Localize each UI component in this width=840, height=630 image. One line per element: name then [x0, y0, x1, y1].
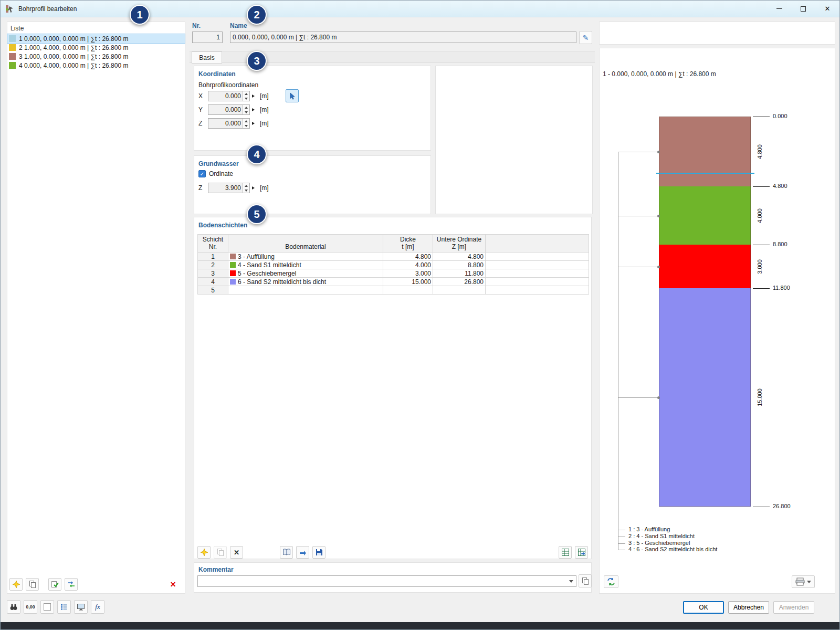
search-button[interactable] [7, 600, 20, 614]
flyout-arrow-button[interactable] [250, 183, 257, 193]
untere-cell[interactable] [433, 286, 486, 295]
minimize-icon [776, 8, 782, 9]
profile-color-swatch [9, 44, 16, 51]
untere-cell[interactable]: 26.800 [433, 278, 486, 286]
list-item-3[interactable]: 3 1.000, 0.000, 0.000 m | ∑t : 26.800 m [7, 52, 185, 61]
dropdown-arrow[interactable] [566, 580, 576, 583]
column-header-material[interactable]: Bodenmaterial [228, 235, 383, 253]
bottom-toolbar: 0,00 fx [7, 600, 104, 614]
profile-color-swatch [9, 53, 16, 60]
new-profile-button[interactable] [9, 578, 23, 591]
groundwater-z-input[interactable]: 3.900 [208, 183, 250, 193]
spin-up-button[interactable] [243, 119, 249, 123]
spin-down-button[interactable] [243, 96, 249, 101]
row-number-cell[interactable]: 4 [198, 278, 228, 286]
print-button[interactable] [792, 575, 815, 588]
check-all-button[interactable] [48, 578, 61, 591]
export-table-button[interactable] [559, 546, 572, 559]
copy-profile-button[interactable] [26, 578, 39, 591]
kommentar-combobox[interactable] [197, 575, 576, 587]
dicke-cell[interactable]: 4.800 [383, 253, 433, 261]
close-icon: ✕ [825, 5, 831, 13]
column-header-schicht[interactable]: Schicht Nr. [198, 235, 228, 253]
list-item-label: 3 1.000, 0.000, 0.000 m | ∑t : 26.800 m [19, 53, 128, 60]
delete-x-icon: ✕ [234, 549, 239, 556]
name-label: Name [230, 22, 247, 29]
depth-tick-label: 0.000 [773, 113, 788, 119]
maximize-button[interactable] [791, 1, 815, 17]
thickness-label: 15.000 [757, 382, 764, 413]
spin-down-button[interactable] [243, 188, 249, 193]
untere-cell[interactable]: 11.800 [433, 269, 486, 278]
apply-material-button[interactable] [296, 546, 309, 559]
row-number-cell[interactable]: 3 [198, 269, 228, 278]
depth-tick-label: 11.800 [773, 285, 790, 291]
row-number-cell[interactable]: 5 [198, 286, 228, 295]
legend-label: 4 : 6 - Sand S2 mitteldicht bis dicht [628, 546, 717, 552]
ordinate-checkbox[interactable]: ✓ [198, 170, 206, 177]
column-header-dicke[interactable]: Dicke t [m] [383, 235, 433, 253]
right-arrow-icon [252, 122, 255, 125]
bracket-vline [618, 152, 618, 550]
delete-profile-button[interactable]: ✕ [166, 578, 180, 591]
ok-button[interactable]: OK [683, 601, 724, 614]
new-layer-button[interactable] [197, 546, 211, 559]
legend-tick [618, 550, 625, 550]
flyout-arrow-button[interactable] [250, 118, 257, 129]
material-cell[interactable]: 6 - Sand S2 mitteldicht bis dicht [228, 278, 383, 286]
spin-down-button[interactable] [243, 110, 249, 114]
spin-up-button[interactable] [243, 91, 249, 96]
z-unit-label: [m] [260, 120, 269, 127]
depth-tick-label: 26.800 [773, 503, 791, 509]
app-icon [5, 4, 14, 14]
untere-cell[interactable]: 4.800 [433, 253, 486, 261]
flyout-arrow-button[interactable] [250, 104, 257, 115]
delete-layer-button[interactable]: ✕ [230, 546, 243, 559]
import-table-button[interactable] [575, 546, 588, 559]
name-field[interactable]: 0.000, 0.000, 0.000 m | ∑t : 26.800 m [230, 32, 576, 43]
dicke-cell[interactable] [383, 286, 433, 295]
pick-in-model-button[interactable] [286, 89, 299, 102]
cancel-button[interactable]: Abbrechen [728, 601, 769, 614]
list-item-2[interactable]: 2 1.000, 4.000, 0.000 m | ∑t : 26.800 m [7, 43, 185, 52]
material-library-button[interactable] [280, 546, 293, 559]
decimal-places-button[interactable]: 0,00 [24, 600, 37, 614]
color-scheme-button[interactable] [40, 600, 54, 614]
x-coordinate-row: X 0.000 [m] [198, 90, 269, 102]
display-settings-button[interactable] [74, 600, 88, 614]
material-cell[interactable] [228, 286, 383, 295]
sync-profiles-button[interactable] [65, 578, 78, 591]
book-icon [282, 548, 291, 556]
y-coordinate-input[interactable]: 0.000 [208, 104, 250, 115]
row-number-cell[interactable]: 1 [198, 253, 228, 261]
dicke-cell[interactable]: 4.000 [383, 261, 433, 269]
flyout-arrow-button[interactable] [250, 91, 257, 101]
edit-name-button[interactable]: ✎ [579, 31, 592, 44]
list-item-1[interactable]: 1 0.000, 0.000, 0.000 m | ∑t : 26.800 m [7, 34, 185, 43]
grundwasser-title: Grundwasser [198, 160, 239, 167]
minimize-button[interactable] [767, 1, 791, 17]
spin-up-button[interactable] [243, 183, 249, 188]
dicke-cell[interactable]: 15.000 [383, 278, 433, 286]
bodenschichten-title: Bodenschichten [198, 222, 247, 229]
close-button[interactable]: ✕ [815, 1, 839, 17]
row-number-cell[interactable]: 2 [198, 261, 228, 269]
x-coordinate-input[interactable]: 0.000 [208, 91, 250, 101]
spin-up-button[interactable] [243, 105, 249, 110]
column-header-untere[interactable]: Untere Ordinate Z [m] [433, 235, 486, 253]
material-cell[interactable]: 3 - Auffüllung [228, 253, 383, 261]
dicke-cell[interactable]: 3.000 [383, 269, 433, 278]
tab-basis[interactable]: Basis [192, 51, 222, 64]
formula-button[interactable]: fx [91, 600, 104, 614]
spin-down-button[interactable] [243, 123, 249, 128]
untere-cell[interactable]: 8.800 [433, 261, 486, 269]
z-coordinate-input[interactable]: 0.000 [208, 118, 250, 129]
material-name: 6 - Sand S2 mitteldicht bis dicht [238, 278, 326, 286]
copy-comment-button[interactable] [579, 574, 592, 587]
save-layers-button[interactable] [312, 546, 326, 559]
material-cell[interactable]: 5 - Geschiebemergel [228, 269, 383, 278]
navigator-button[interactable] [57, 600, 71, 614]
material-cell[interactable]: 4 - Sand S1 mitteldicht [228, 261, 383, 269]
list-item-4[interactable]: 4 0.000, 4.000, 0.000 m | ∑t : 26.800 m [7, 61, 185, 70]
toggle-colors-button[interactable] [604, 575, 618, 588]
